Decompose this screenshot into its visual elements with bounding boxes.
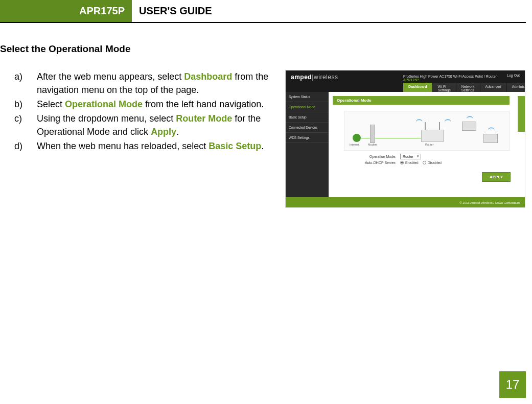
step-text: Select Operational Mode from the left ha… xyxy=(37,98,276,111)
settings-form: Operation Mode: Router Auto-DHCP Server:… xyxy=(344,154,510,164)
radio-enabled[interactable] xyxy=(400,161,404,164)
top-nav-item[interactable]: Administration xyxy=(507,83,525,92)
step-text: Using the dropdown menu, select Router M… xyxy=(37,112,276,138)
top-nav-item[interactable]: Advanced xyxy=(480,83,507,92)
op-mode-select[interactable]: Router xyxy=(400,154,421,159)
brand: amped|wireless xyxy=(291,74,338,81)
radio-disabled[interactable] xyxy=(423,161,426,164)
section-title: Select the Operational Mode xyxy=(0,43,532,55)
top-nav: DashboardWi-Fi SettingsNetwork SettingsA… xyxy=(403,83,525,92)
modem-icon xyxy=(370,125,375,143)
shot-footer: © 2015 Amped Wireless / Newo Corporation xyxy=(286,197,525,208)
step-item: d)When the web menu has reloaded, select… xyxy=(14,139,276,153)
step-text: When the web menu has reloaded, select B… xyxy=(37,139,276,153)
step-item: a)After the web menu appears, select Das… xyxy=(14,70,276,97)
header-model: APR175P xyxy=(0,0,132,22)
screenshot-figure: amped|wireless ProSeries High Power AC17… xyxy=(285,70,525,208)
help-tab[interactable] xyxy=(518,96,525,132)
wifi-wave-icon: ⏜ xyxy=(445,118,451,127)
globe-icon xyxy=(353,134,361,142)
side-nav-item[interactable]: System Status xyxy=(286,92,329,102)
dhcp-label: Auto-DHCP Server: xyxy=(344,161,400,164)
network-diagram: ⏜ ⏜ ⏜ ⏜ Internet Modem Router xyxy=(344,111,510,151)
steps-list: a)After the web menu appears, select Das… xyxy=(0,70,276,154)
laptop-icon xyxy=(462,122,476,131)
product-subtitle: ProSeries High Power AC1750 Wi-Fi Access… xyxy=(403,75,497,82)
document-header: APR175P USER'S GUIDE xyxy=(0,0,526,23)
step-marker: d) xyxy=(14,139,37,153)
step-item: c)Using the dropdown menu, select Router… xyxy=(14,112,276,138)
step-marker: c) xyxy=(14,112,37,138)
side-nav: System StatusOperational ModeBasic Setup… xyxy=(286,92,329,197)
laptop-icon xyxy=(483,134,498,143)
side-nav-item[interactable]: Connected Devices xyxy=(286,123,329,133)
shot-main: Operational Mode ⏜ ⏜ ⏜ ⏜ In xyxy=(329,92,525,197)
op-mode-label: Operation Mode: xyxy=(344,155,400,158)
step-marker: b) xyxy=(14,98,37,111)
step-text: After the web menu appears, select Dashb… xyxy=(37,70,276,97)
brand-wireless: wireless xyxy=(314,74,338,81)
side-nav-item[interactable]: Operational Mode xyxy=(286,102,329,112)
apply-button[interactable]: APPLY xyxy=(482,172,511,182)
page-content: Select the Operational Mode a)After the … xyxy=(0,23,532,208)
logout-link[interactable]: Log Out xyxy=(507,74,520,77)
side-nav-item[interactable]: WDS Settings xyxy=(286,133,329,143)
step-item: b)Select Operational Mode from the left … xyxy=(14,98,276,111)
side-nav-item[interactable]: Basic Setup xyxy=(286,112,329,123)
shot-header: amped|wireless ProSeries High Power AC17… xyxy=(286,70,525,92)
top-nav-item[interactable]: Wi-Fi Settings xyxy=(433,83,456,92)
page-number: 17 xyxy=(499,371,526,398)
wifi-wave-icon: ⏜ xyxy=(416,118,423,127)
step-marker: a) xyxy=(14,70,37,97)
router-icon xyxy=(421,130,444,142)
header-title: USER'S GUIDE xyxy=(132,0,219,22)
panel-title: Operational Mode xyxy=(333,96,510,105)
top-nav-item[interactable]: Network Settings xyxy=(456,83,480,92)
top-nav-item[interactable]: Dashboard xyxy=(403,83,433,92)
brand-amped: amped xyxy=(291,74,312,81)
